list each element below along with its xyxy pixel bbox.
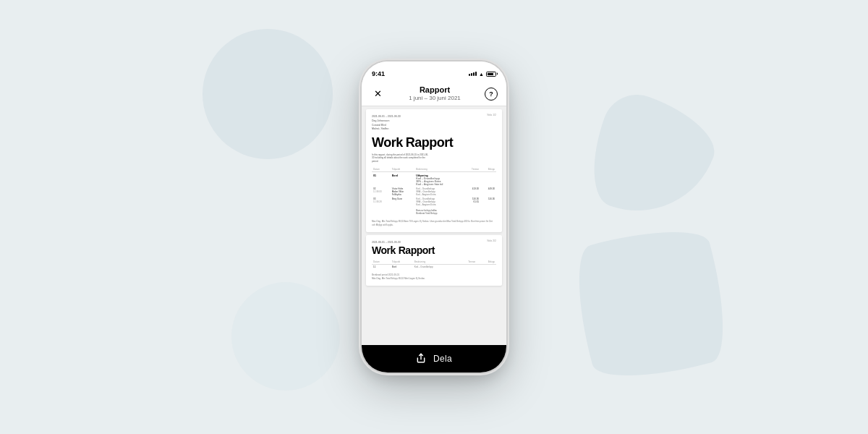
cell-type: Bord [391, 172, 414, 187]
doc-title-work: Work [372, 136, 403, 149]
cell-person: Victor HolmMakar VilkinFolkkyrka [391, 187, 414, 197]
shape-right [576, 85, 725, 233]
cell-amount [480, 172, 496, 187]
phone-frame: 9:41 ▲ ✕ Rapport 1 juni – 30 juni 2021 ?… [362, 61, 506, 373]
cell-num: 0211 08:00 [372, 187, 391, 197]
table-row: 11 Bord Kod – Grundbelopp [372, 265, 496, 270]
document-page-1: Sida 1/2 2021-06-01 – 2021-06-30 Dag Joh… [366, 109, 502, 232]
share-label: Dela [433, 354, 452, 364]
status-icons: ▲ [469, 72, 496, 77]
doc-title-block: Work Rapport [372, 136, 496, 149]
cell-desc: Kod – Grundbelopp SRA – Grundbelopp Kod … [414, 187, 464, 197]
signal-bar-3 [473, 72, 475, 76]
phone-notch [416, 61, 452, 69]
doc-title-rapport-2: Rapport [399, 245, 435, 255]
signal-bar-4 [475, 72, 477, 76]
signal-bars [469, 72, 477, 76]
doc-title-rapport: Rapport [406, 136, 454, 149]
share-bar[interactable]: Dela [362, 345, 506, 373]
cell-type-2: Bord [391, 265, 413, 270]
nav-title-block: Rapport 1 juni – 30 juni 2021 [409, 85, 461, 102]
document-viewer: Sida 1/2 2021-06-01 – 2021-06-30 Dag Joh… [362, 106, 506, 345]
cell-person: Berg Gunn [391, 197, 414, 216]
close-button[interactable]: ✕ [370, 88, 385, 99]
doc-title-block-2: Work Rapport [372, 245, 496, 255]
doc-date-range-2: 2021-06-01 – 2021-06-30 [372, 241, 496, 244]
table-row: 0211 08:00 Victor HolmMakar VilkinFolkky… [372, 187, 496, 197]
signal-bar-1 [469, 74, 470, 76]
cell-hours: 419.00 [464, 187, 480, 197]
cell-desc-2: Kod – Grundbelopp [413, 265, 456, 270]
doc-company-info: Dag Johansson Coastal Blvd Malmö, Staffa… [372, 119, 496, 132]
signal-bar-2 [471, 73, 472, 76]
table-row: 01 Bord Uthyrning Kod – Grundbelopp 30% … [372, 172, 496, 187]
cell-num-2: 11 [372, 265, 391, 270]
page-number-2: Sida 2/2 [487, 239, 496, 242]
table-row: 0311 08:28 Berg Gunn Kod – Grundbelopp S… [372, 197, 496, 216]
cell-hours-2 [456, 265, 477, 270]
shape-bottom-right [563, 216, 740, 393]
doc-intro: In this rapport, during the period of 20… [372, 153, 430, 163]
doc-title-work-2: Work [372, 245, 396, 255]
shape-top-left [203, 29, 333, 159]
share-icon [416, 353, 426, 365]
battery-icon [486, 72, 496, 77]
navigation-bar: ✕ Rapport 1 juni – 30 juni 2021 ? [362, 82, 506, 106]
nav-subtitle: 1 juni – 30 juni 2021 [409, 95, 461, 102]
company-city: Malmö, Staffan [372, 127, 496, 132]
help-button[interactable]: ? [485, 88, 498, 101]
cell-num: 0311 08:28 [372, 197, 391, 216]
cell-hours: 516.3661.61 [464, 197, 480, 216]
battery-fill [488, 73, 493, 75]
cell-amount: 449.00 [480, 187, 496, 197]
cell-hours [464, 172, 480, 187]
cell-desc: Uthyrning Kod – Grundbelopp 30% – Angive… [414, 172, 464, 187]
cell-amount-2 [477, 265, 496, 270]
doc-footer-1: Max Dag. Min Total Belopp 89,62 Anm Till… [372, 220, 496, 226]
wifi-icon: ▲ [479, 72, 484, 77]
nav-title: Rapport [409, 85, 461, 95]
doc-table-2: Datum Tidpunkt Beskrivning Timmar Belopp… [372, 260, 496, 269]
doc-date-range: 2021-06-01 – 2021-06-30 [372, 115, 496, 118]
shape-bottom-left [231, 282, 340, 391]
status-time: 9:41 [372, 70, 385, 77]
doc-footer-2: Beräknad period 2021-06-01 Mäx Dag, Min … [372, 273, 496, 280]
page-number-1: Sida 1/2 [487, 114, 496, 116]
cell-amount: 516.36 [480, 197, 496, 216]
cell-num: 01 [372, 172, 391, 187]
document-page-2: Sida 2/2 2021-06-01 – 2021-06-30 Work Ra… [366, 235, 502, 286]
doc-table-1: Datum Tidpunkt Beskrivning Timmar Belopp… [372, 167, 496, 216]
cell-desc: Kod – Grundbelopp SRA – Grundbelopp Kod … [414, 197, 464, 216]
